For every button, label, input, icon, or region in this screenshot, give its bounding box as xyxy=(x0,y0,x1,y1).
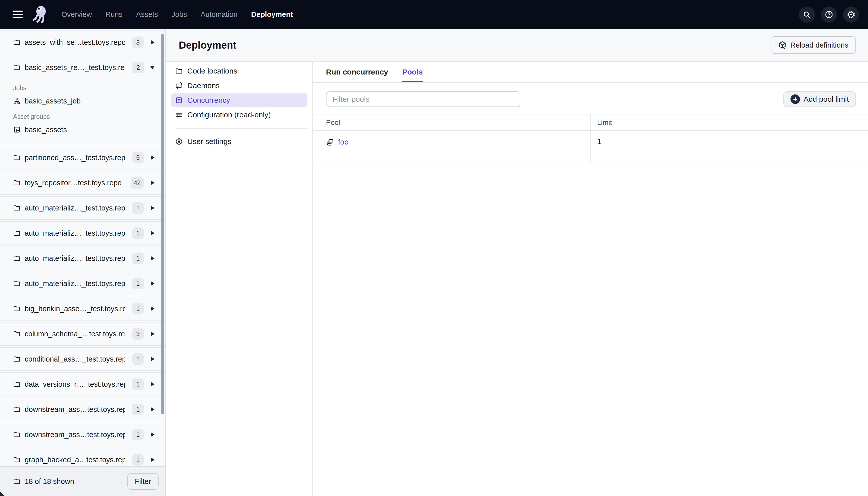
repo-row-expanded[interactable]: basic_assets_re…_test.toys.rep 2 xyxy=(0,56,165,79)
nav-item-configuration[interactable]: Configuration (read-only) xyxy=(171,108,307,122)
page-header: Deployment Reload definitions xyxy=(165,29,868,62)
nav-label: Daemons xyxy=(187,81,220,90)
nav-item-daemons[interactable]: Daemons xyxy=(171,79,307,92)
chevron-right-icon[interactable] xyxy=(151,407,155,412)
asset-count-badge: 2 xyxy=(132,62,144,73)
main-panel: Deployment Reload definitions Code locat… xyxy=(165,29,868,496)
tab-run-concurrency[interactable]: Run concurrency xyxy=(326,62,388,82)
hamburger-menu-icon[interactable] xyxy=(13,11,23,18)
chevron-right-icon[interactable] xyxy=(151,432,155,437)
nav-item-runs[interactable]: Runs xyxy=(106,10,123,19)
concurrency-content: Run concurrency Pools + Add pool limit P… xyxy=(313,62,868,496)
nav-label: Code locations xyxy=(187,67,237,75)
repo-row[interactable]: conditional_ass…_test.toys.repo 1 xyxy=(0,348,165,370)
search-button[interactable] xyxy=(799,6,815,23)
chevron-right-icon[interactable] xyxy=(151,331,155,336)
asset-count-badge: 1 xyxy=(132,429,144,440)
reload-definitions-button[interactable]: Reload definitions xyxy=(771,36,856,54)
sidebar-scrollbar[interactable] xyxy=(161,34,164,414)
asset-count-badge: 1 xyxy=(132,202,144,214)
asset-count-badge: 1 xyxy=(132,303,144,314)
repo-name: auto_materializ…_test.toys.repo xyxy=(25,254,125,263)
settings-button[interactable]: ⚙ xyxy=(843,6,859,23)
chevron-right-icon[interactable] xyxy=(151,155,155,160)
folder-icon xyxy=(13,280,21,287)
limit-cell: 1 xyxy=(590,131,868,163)
repo-name: auto_materializ…_test.toys.repo xyxy=(25,229,125,237)
nav-item-user-settings[interactable]: User settings xyxy=(171,135,307,148)
repo-expanded-content: Jobs basic_assets_job Asset groups basic… xyxy=(0,79,165,144)
job-item[interactable]: basic_assets_job xyxy=(0,93,165,109)
nav-item-jobs[interactable]: Jobs xyxy=(172,10,187,19)
tab-pools[interactable]: Pools xyxy=(402,62,423,82)
folder-icon xyxy=(13,179,21,187)
reload-definitions-label: Reload definitions xyxy=(790,41,848,49)
workspace-sidebar: assets_with_se…test.toys.repo 3 basic_as… xyxy=(0,29,165,496)
nav-item-assets[interactable]: Assets xyxy=(136,10,158,19)
chevron-right-icon[interactable] xyxy=(151,256,155,261)
repo-row[interactable]: toys_repositor…test.toys.repo 42 xyxy=(0,171,165,194)
help-button[interactable] xyxy=(821,6,837,23)
pool-icon xyxy=(326,138,334,146)
add-pool-limit-label: Add pool limit xyxy=(804,95,849,104)
chevron-right-icon[interactable] xyxy=(151,231,155,235)
chevron-right-icon[interactable] xyxy=(151,281,155,286)
repo-row[interactable]: auto_materializ…_test.toys.repo 1 xyxy=(0,222,165,245)
chevron-right-icon[interactable] xyxy=(151,458,155,462)
asset-groups-section-header: Asset groups xyxy=(0,111,165,122)
chevron-right-icon[interactable] xyxy=(151,206,155,210)
repo-name: toys_repositor…test.toys.repo xyxy=(25,179,122,187)
nav-item-concurrency[interactable]: Concurrency xyxy=(171,93,307,107)
repo-row[interactable]: auto_materializ…_test.toys.repo 1 xyxy=(0,272,165,295)
folder-icon xyxy=(13,330,21,338)
repo-name: conditional_ass…_test.toys.repo xyxy=(25,355,125,363)
page-title: Deployment xyxy=(179,40,236,51)
folder-icon xyxy=(13,204,21,212)
asset-count-badge: 5 xyxy=(132,152,144,164)
repo-row[interactable]: data_versions_r…_test.toys.rep 1 xyxy=(0,373,165,396)
folder-icon xyxy=(13,431,21,438)
chevron-right-icon[interactable] xyxy=(151,181,155,185)
plus-icon: + xyxy=(790,94,800,104)
concurrency-icon xyxy=(175,96,183,104)
repo-name: partitioned_ass…_test.toys.rep xyxy=(25,154,125,162)
pool-link-foo[interactable]: foo xyxy=(338,138,349,146)
repo-row[interactable]: auto_materializ…_test.toys.repo 1 xyxy=(0,247,165,270)
gear-icon: ⚙ xyxy=(847,10,856,20)
sidebar-resize-grip[interactable] xyxy=(0,492,4,496)
folder-icon xyxy=(13,254,21,262)
repo-row[interactable]: column_schema_…test.toys.rep 3 xyxy=(0,323,165,345)
repo-name: column_schema_…test.toys.rep xyxy=(25,330,125,338)
repo-row[interactable]: graph_backed_a…test.toys.repo 1 xyxy=(0,448,165,466)
chevron-right-icon[interactable] xyxy=(151,382,155,386)
concurrency-tabs: Run concurrency Pools xyxy=(313,62,868,83)
deployment-settings-nav: Code locations Daemons Concurrency Confi… xyxy=(165,62,313,496)
add-pool-limit-button[interactable]: + Add pool limit xyxy=(784,91,856,107)
asset-count-badge: 1 xyxy=(132,252,144,264)
chevron-right-icon[interactable] xyxy=(151,306,155,311)
dagster-logo[interactable] xyxy=(31,5,49,25)
nav-item-deployment[interactable]: Deployment xyxy=(251,10,293,19)
filter-pools-input[interactable] xyxy=(326,91,520,107)
asset-group-name: basic_assets xyxy=(25,126,67,134)
repo-row[interactable]: assets_with_se…test.toys.repo 3 xyxy=(0,31,165,53)
asset-group-item[interactable]: basic_assets xyxy=(0,122,165,137)
chevron-right-icon[interactable] xyxy=(151,40,155,45)
sidebar-filter-button[interactable]: Filter xyxy=(127,473,159,490)
repo-name: downstream_ass…test.toys.rep xyxy=(25,431,125,439)
repo-row[interactable]: downstream_ass…test.toys.rep 1 xyxy=(0,398,165,421)
repo-row[interactable]: partitioned_ass…_test.toys.rep 5 xyxy=(0,146,165,169)
column-header-limit: Limit xyxy=(590,115,868,130)
nav-item-overview[interactable]: Overview xyxy=(61,10,92,19)
repo-row[interactable]: downstream_ass…test.toys.rep 1 xyxy=(0,423,165,446)
nav-item-code-locations[interactable]: Code locations xyxy=(171,64,307,78)
repo-row[interactable]: big_honkin_asse…_test.toys.rep 1 xyxy=(0,297,165,320)
nav-label: Concurrency xyxy=(187,96,230,105)
chevron-down-icon[interactable] xyxy=(150,66,155,69)
chevron-right-icon[interactable] xyxy=(151,357,155,361)
nav-item-automation[interactable]: Automation xyxy=(201,10,238,19)
repo-row[interactable]: auto_materializ…_test.toys.repo 1 xyxy=(0,197,165,219)
asset-count-badge: 1 xyxy=(132,227,144,239)
folder-icon xyxy=(13,154,21,161)
jobs-section-header: Jobs xyxy=(0,82,165,93)
